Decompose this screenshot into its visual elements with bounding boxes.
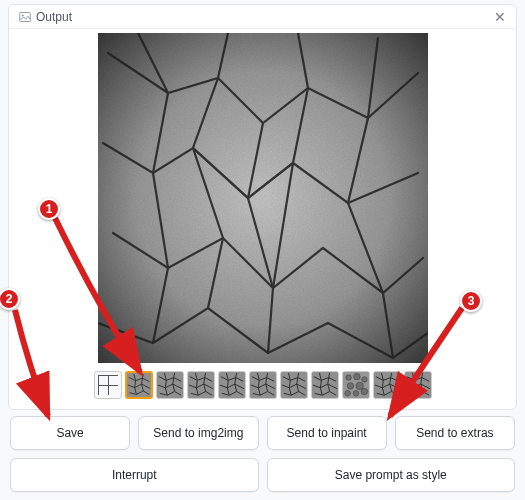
- preview-image[interactable]: [98, 33, 428, 363]
- output-panel: Output ✕: [8, 4, 517, 410]
- svg-point-18: [361, 388, 368, 395]
- thumbnail-strip: [9, 363, 516, 409]
- svg-point-1: [22, 14, 24, 16]
- svg-rect-2: [98, 33, 428, 363]
- thumbnail[interactable]: [187, 371, 215, 399]
- action-row-2: Interrupt Save prompt as style: [0, 450, 525, 500]
- thumbnail[interactable]: [280, 371, 308, 399]
- thumbnail[interactable]: [249, 371, 277, 399]
- thumbnail[interactable]: [373, 371, 401, 399]
- send-img2img-button[interactable]: Send to img2img: [138, 416, 258, 450]
- svg-point-16: [344, 391, 350, 397]
- thumbnail[interactable]: [125, 371, 153, 399]
- interrupt-button[interactable]: Interrupt: [10, 458, 259, 492]
- svg-point-15: [356, 382, 363, 389]
- svg-point-14: [347, 383, 354, 390]
- svg-point-11: [345, 375, 351, 381]
- svg-point-12: [353, 373, 360, 380]
- panel-title: Output: [36, 10, 72, 24]
- panel-header: Output ✕: [9, 5, 516, 29]
- save-button[interactable]: Save: [10, 416, 130, 450]
- annotation-marker-1: 1: [38, 198, 60, 220]
- thumbnail[interactable]: [404, 371, 432, 399]
- save-style-button[interactable]: Save prompt as style: [267, 458, 516, 492]
- thumbnail[interactable]: [94, 371, 122, 399]
- send-inpaint-button[interactable]: Send to inpaint: [267, 416, 387, 450]
- thumbnail[interactable]: [342, 371, 370, 399]
- preview-area: [9, 29, 516, 363]
- send-extras-button[interactable]: Send to extras: [395, 416, 515, 450]
- thumbnail[interactable]: [218, 371, 246, 399]
- panel-title-row: Output: [19, 10, 72, 24]
- image-icon: [19, 11, 31, 23]
- close-icon[interactable]: ✕: [494, 10, 506, 24]
- annotation-marker-3: 3: [460, 290, 482, 312]
- thumbnail[interactable]: [156, 371, 184, 399]
- svg-point-13: [361, 377, 367, 383]
- action-row-1: Save Send to img2img Send to inpaint Sen…: [0, 410, 525, 450]
- svg-point-17: [353, 391, 359, 397]
- thumbnail[interactable]: [311, 371, 339, 399]
